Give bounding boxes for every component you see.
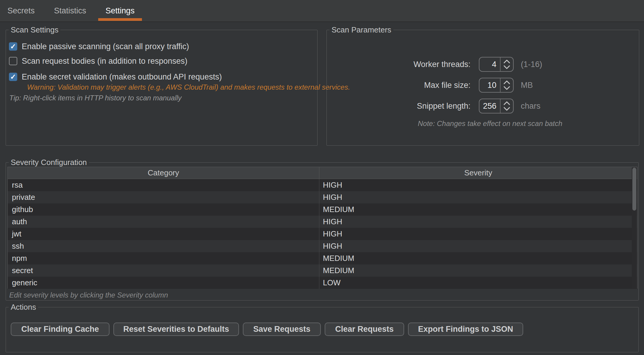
category-cell: secret xyxy=(8,264,319,277)
category-cell: private xyxy=(8,191,319,203)
max-file-size-label: Max file size: xyxy=(327,81,471,90)
scan-request-bodies-label: Scan request bodies (in addition to resp… xyxy=(22,57,187,66)
checkmark-icon: ✓ xyxy=(10,43,16,50)
scan-parameters-note: Note: Changes take effect on next scan b… xyxy=(418,119,562,128)
snippet-length-unit: chars xyxy=(521,102,540,111)
severity-table: Category Severity rsa HIGH private HIGH … xyxy=(7,167,637,289)
worker-threads-stepper[interactable] xyxy=(501,57,513,71)
severity-column-header[interactable]: Severity xyxy=(319,167,637,179)
table-row[interactable]: github MEDIUM xyxy=(8,203,637,216)
category-cell: generic xyxy=(8,277,319,289)
manual-scan-tip-text: Tip: Right-click items in HTTP history t… xyxy=(9,94,182,102)
category-cell: rsa xyxy=(8,179,319,191)
tab-secrets-label: Secrets xyxy=(7,6,35,15)
table-row[interactable]: private HIGH xyxy=(8,191,637,203)
severity-cell[interactable]: HIGH xyxy=(319,228,637,240)
scan-request-bodies-checkbox[interactable]: ✓ xyxy=(9,57,17,65)
settings-page: Secrets Statistics Settings Scan Setting… xyxy=(0,0,644,355)
max-file-size-value[interactable]: 10 xyxy=(479,78,500,92)
category-cell: npm xyxy=(8,252,319,264)
severity-table-header: Category Severity xyxy=(8,167,637,179)
worker-threads-spinner[interactable]: 4 xyxy=(479,57,514,72)
category-column-header[interactable]: Category xyxy=(8,167,319,179)
secret-validation-checkbox[interactable]: ✓ xyxy=(9,73,17,81)
checkbox-row-secret-validation[interactable]: ✓ Enable secret validation (makes outbou… xyxy=(9,72,222,82)
table-scrollbar[interactable] xyxy=(632,167,637,288)
scan-parameters-title: Scan Parameters xyxy=(329,25,393,35)
tab-active-underline xyxy=(98,18,142,21)
severity-cell[interactable]: LOW xyxy=(319,277,637,289)
actions-panel: Actions Clear Finding Cache Reset Severi… xyxy=(6,307,639,352)
passive-scanning-label: Enable passive scanning (scan all proxy … xyxy=(22,42,189,51)
secret-validation-label: Enable secret validation (makes outbound… xyxy=(22,72,222,82)
tab-bar: Secrets Statistics Settings xyxy=(0,0,644,22)
passive-scanning-checkbox[interactable]: ✓ xyxy=(9,42,17,51)
max-file-size-spinner[interactable]: 10 xyxy=(479,78,514,93)
scan-parameters-panel: Scan Parameters Worker threads: 4 (1-16)… xyxy=(326,30,639,146)
severity-cell[interactable]: HIGH xyxy=(319,179,637,191)
severity-cell[interactable]: HIGH xyxy=(319,216,637,228)
clear-finding-cache-button[interactable]: Clear Finding Cache xyxy=(11,323,110,336)
scrollbar-thumb[interactable] xyxy=(632,168,636,211)
category-cell: github xyxy=(8,203,319,216)
validation-warning-text: Warning: Validation may trigger alerts (… xyxy=(27,83,350,91)
worker-threads-value[interactable]: 4 xyxy=(479,57,500,71)
actions-button-row: Clear Finding Cache Reset Severities to … xyxy=(11,323,523,336)
table-row[interactable]: npm MEDIUM xyxy=(8,252,637,264)
tab-settings[interactable]: Settings xyxy=(98,0,142,21)
reset-severities-button[interactable]: Reset Severities to Defaults xyxy=(113,323,239,336)
snippet-length-stepper[interactable] xyxy=(501,99,513,113)
max-file-size-stepper[interactable] xyxy=(501,78,513,92)
category-cell: jwt xyxy=(8,228,319,240)
tab-statistics[interactable]: Statistics xyxy=(47,0,94,21)
tab-settings-label: Settings xyxy=(106,6,135,15)
snippet-length-label: Snippet length: xyxy=(327,102,471,111)
category-cell: ssh xyxy=(8,240,319,252)
table-row[interactable]: secret MEDIUM xyxy=(8,264,637,277)
severity-cell[interactable]: MEDIUM xyxy=(319,203,637,216)
severity-configuration-panel: Severity Configuration Category Severity… xyxy=(6,162,639,300)
clear-requests-button[interactable]: Clear Requests xyxy=(325,323,404,336)
category-cell: auth xyxy=(8,216,319,228)
scan-settings-panel: Scan Settings ✓ Enable passive scanning … xyxy=(6,30,318,146)
table-row[interactable]: generic LOW xyxy=(8,277,637,289)
worker-threads-label: Worker threads: xyxy=(327,60,471,69)
scan-settings-title: Scan Settings xyxy=(9,25,60,35)
table-row[interactable]: rsa HIGH xyxy=(8,179,637,191)
checkmark-icon: ✓ xyxy=(10,73,16,80)
severity-configuration-title: Severity Configuration xyxy=(9,158,89,167)
max-file-size-unit: MB xyxy=(521,81,533,90)
checkbox-row-scan-request-bodies[interactable]: ✓ Scan request bodies (in addition to re… xyxy=(9,56,187,66)
snippet-length-value[interactable]: 256 xyxy=(479,99,500,113)
table-row[interactable]: jwt HIGH xyxy=(8,228,637,240)
severity-cell[interactable]: MEDIUM xyxy=(319,264,637,277)
spinner-up-down-icon xyxy=(503,101,511,111)
severity-cell[interactable]: HIGH xyxy=(319,191,637,203)
tab-secrets[interactable]: Secrets xyxy=(0,0,42,21)
spinner-up-down-icon xyxy=(503,80,511,91)
spinner-up-down-icon xyxy=(503,59,511,70)
actions-title: Actions xyxy=(9,303,38,312)
snippet-length-row: Snippet length: 256 chars xyxy=(327,99,540,113)
snippet-length-spinner[interactable]: 256 xyxy=(479,99,514,113)
export-findings-json-button[interactable]: Export Findings to JSON xyxy=(408,323,523,336)
table-row[interactable]: ssh HIGH xyxy=(8,240,637,252)
checkbox-row-passive-scanning[interactable]: ✓ Enable passive scanning (scan all prox… xyxy=(9,42,189,51)
save-requests-button[interactable]: Save Requests xyxy=(243,323,321,336)
worker-threads-range-hint: (1-16) xyxy=(521,60,542,69)
severity-edit-hint: Edit severity levels by clicking the Sev… xyxy=(9,291,168,299)
max-file-size-row: Max file size: 10 MB xyxy=(327,78,533,93)
table-row[interactable]: auth HIGH xyxy=(8,216,637,228)
severity-cell[interactable]: MEDIUM xyxy=(319,252,637,264)
tab-statistics-label: Statistics xyxy=(54,6,86,15)
worker-threads-row: Worker threads: 4 (1-16) xyxy=(327,57,542,72)
severity-cell[interactable]: HIGH xyxy=(319,240,637,252)
